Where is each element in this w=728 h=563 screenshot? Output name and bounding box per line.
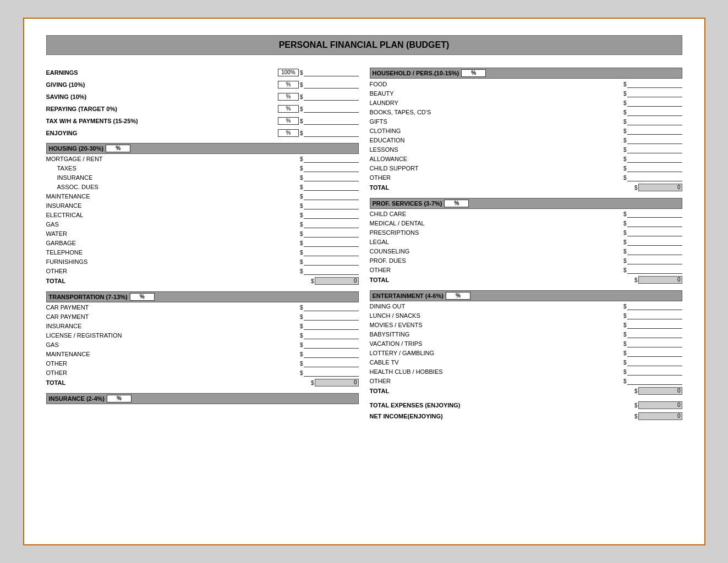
- hh-gifts-amount[interactable]: [627, 118, 682, 125]
- ent-movies-amount[interactable]: [627, 321, 682, 329]
- housing-total-value: 0: [315, 277, 359, 285]
- ent-lunch-row: LUNCH / SNACKS $: [370, 311, 682, 320]
- prof-legal-amount[interactable]: [627, 238, 682, 246]
- hh-clothing-amount[interactable]: [627, 127, 682, 135]
- transportation-total-value: 0: [315, 379, 359, 387]
- ent-cable-amount[interactable]: [627, 358, 682, 366]
- transportation-pct-box[interactable]: %: [130, 293, 155, 301]
- entertainment-total-label: TOTAL: [370, 388, 634, 394]
- housing-pct-box[interactable]: %: [106, 145, 130, 152]
- prof-childcare-row: CHILD CARE $: [370, 209, 682, 218]
- entertainment-total-value: 0: [638, 387, 682, 395]
- housing-item-5: INSURANCE $: [46, 201, 359, 210]
- tax-pct-box[interactable]: %: [278, 117, 299, 125]
- earnings-row: EARNINGS 100% $: [46, 68, 359, 77]
- hh-books-amount[interactable]: [627, 108, 682, 116]
- hh-beauty-amount[interactable]: [627, 90, 682, 97]
- giving-row: GIVING (10%) % $: [46, 80, 359, 89]
- tax-amount[interactable]: [304, 117, 359, 125]
- housing-electrical-amount[interactable]: [304, 211, 359, 219]
- trans-gas-amount[interactable]: [304, 341, 359, 349]
- ent-healthclub-row: HEALTH CLUB / HOBBIES $: [370, 367, 682, 376]
- ent-vacation-amount[interactable]: [627, 340, 682, 347]
- prof-counseling-amount[interactable]: [627, 247, 682, 255]
- trans-maintenance-amount[interactable]: [304, 350, 359, 358]
- hh-allowance-amount[interactable]: [627, 155, 682, 163]
- transportation-total-label: TOTAL: [46, 379, 311, 386]
- housing-other-amount[interactable]: [304, 267, 359, 275]
- ent-babysitting-amount[interactable]: [627, 330, 682, 338]
- household-pct-box[interactable]: %: [461, 69, 486, 77]
- housing-assoc-amount[interactable]: [304, 183, 359, 191]
- prof-childcare-amount[interactable]: [627, 210, 682, 218]
- enjoying-amount[interactable]: [304, 129, 359, 137]
- housing-insurance2-amount[interactable]: [304, 202, 359, 209]
- trans-car2-amount[interactable]: [304, 313, 359, 321]
- prof-pct-box[interactable]: %: [444, 200, 469, 207]
- hh-other-amount[interactable]: [627, 174, 682, 181]
- housing-item-12: OTHER $: [46, 267, 359, 275]
- hh-laundry-amount[interactable]: [627, 99, 682, 107]
- trans-insurance-amount[interactable]: [304, 322, 359, 330]
- entertainment-pct-box[interactable]: %: [446, 292, 470, 300]
- enjoying-row: ENJOYING % $: [46, 129, 359, 137]
- housing-telephone-amount[interactable]: [304, 249, 359, 256]
- housing-total-label: TOTAL: [46, 278, 311, 284]
- trans-other1-amount[interactable]: [304, 360, 359, 367]
- housing-item-4: MAINTENANCE $: [46, 192, 359, 201]
- hh-books-label: BOOKS, TAPES, CD'S: [370, 109, 623, 115]
- insurance-header-label: INSURANCE (2-4%): [49, 395, 105, 402]
- earnings-pct-box[interactable]: 100%: [278, 69, 299, 76]
- hh-education-amount[interactable]: [627, 136, 682, 144]
- household-header: HOUSEHOLD / PERS.(10-15%) %: [370, 68, 682, 79]
- prof-counseling-row: COUNSELING $: [370, 247, 682, 256]
- ent-dining-amount[interactable]: [627, 302, 682, 310]
- tax-dollar: $: [300, 118, 303, 124]
- giving-pct-box[interactable]: %: [278, 81, 299, 89]
- housing-water-label: WATER: [46, 230, 300, 237]
- ent-other-label: OTHER: [370, 378, 623, 384]
- hh-food-label: FOOD: [370, 81, 623, 87]
- trans-other1-label: OTHER: [46, 360, 300, 367]
- earnings-amount[interactable]: [304, 69, 359, 76]
- ent-lunch-amount[interactable]: [627, 312, 682, 319]
- ent-lottery-amount[interactable]: [627, 349, 682, 357]
- trans-car1-amount[interactable]: [304, 303, 359, 311]
- repaying-pct-box[interactable]: %: [278, 105, 299, 113]
- prof-other-amount[interactable]: [627, 266, 682, 274]
- trans-insurance-label: INSURANCE: [46, 323, 300, 329]
- housing-garbage-amount[interactable]: [304, 239, 359, 247]
- hh-lessons-amount[interactable]: [627, 146, 682, 153]
- ent-healthclub-amount[interactable]: [627, 368, 682, 376]
- housing-taxes-amount[interactable]: [304, 164, 359, 172]
- giving-dollar: $: [300, 82, 303, 88]
- prof-other-label: OTHER: [370, 267, 623, 273]
- housing-item-6: ELECTRICAL $: [46, 211, 359, 219]
- prof-dues-label: PROF. DUES: [370, 257, 623, 264]
- insurance-pct-box[interactable]: %: [107, 395, 132, 402]
- transportation-total-row: TOTAL $ 0: [46, 378, 359, 387]
- housing-furnishings-amount[interactable]: [304, 258, 359, 266]
- transportation-header: TRANSPORTATION (7-13%) %: [46, 291, 359, 302]
- trans-license-amount[interactable]: [304, 332, 359, 339]
- housing-water-amount[interactable]: [304, 230, 359, 238]
- housing-maintenance-amount[interactable]: [304, 192, 359, 200]
- hh-childsupport-amount[interactable]: [627, 164, 682, 172]
- saving-pct-box[interactable]: %: [278, 93, 299, 101]
- prof-medical-amount[interactable]: [627, 219, 682, 227]
- hh-food-amount[interactable]: [627, 80, 682, 88]
- housing-insurance-amount[interactable]: [304, 174, 359, 181]
- trans-other2-amount[interactable]: [304, 369, 359, 377]
- ent-cable-label: CABLE TV: [370, 359, 623, 366]
- earnings-label: EARNINGS: [46, 69, 278, 76]
- saving-amount[interactable]: [304, 93, 359, 101]
- prof-prescriptions-amount[interactable]: [627, 229, 682, 236]
- repaying-amount[interactable]: [304, 105, 359, 113]
- enjoying-pct-box[interactable]: %: [278, 129, 299, 137]
- housing-mortgage-amount[interactable]: [304, 155, 359, 163]
- ent-other-amount[interactable]: [627, 377, 682, 385]
- prof-dues-amount[interactable]: [627, 257, 682, 264]
- giving-amount[interactable]: [304, 81, 359, 89]
- housing-gas-amount[interactable]: [304, 220, 359, 228]
- housing-other-label: OTHER: [46, 268, 300, 274]
